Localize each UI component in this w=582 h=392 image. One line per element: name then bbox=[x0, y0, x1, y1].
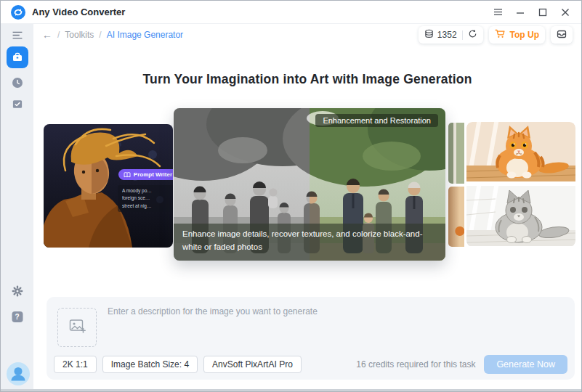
window-controls bbox=[492, 7, 571, 18]
cat-sketch-image bbox=[466, 186, 575, 247]
prompt-snippet-line: A moody po… bbox=[122, 187, 173, 195]
main-content: ← / Toolkits / AI Image Generator 1352 bbox=[33, 24, 581, 389]
breadcrumb-separator: / bbox=[99, 30, 101, 40]
credits-count: 1352 bbox=[437, 30, 457, 40]
prompt-writer-label: Prompt Writer bbox=[134, 171, 172, 178]
breadcrumb-toolkits[interactable]: Toolkits bbox=[65, 30, 94, 40]
app-window: { "titlebar": { "app_title": "Any Video … bbox=[0, 0, 582, 392]
prompt-writer-pill: Prompt Writer bbox=[118, 169, 173, 180]
tasks-icon[interactable] bbox=[12, 99, 23, 110]
breadcrumb-separator: / bbox=[57, 30, 60, 40]
pill-divider bbox=[462, 30, 463, 40]
prompt-snippet: A moody po… foreign sce… street at nig… bbox=[118, 185, 173, 212]
composer-actions: 16 credits required for this task Genera… bbox=[356, 355, 567, 374]
carousel-partial-image bbox=[448, 123, 464, 184]
carousel-card-restoration[interactable]: Enhancement and Restoration Enhance imag… bbox=[174, 108, 445, 261]
coins-icon bbox=[424, 29, 434, 41]
credits-pill[interactable]: 1352 bbox=[419, 26, 483, 44]
carousel-card-prompt-writer[interactable]: Prompt Writer A moody po… foreign sce… s… bbox=[44, 124, 173, 248]
sidebar: ? bbox=[1, 24, 33, 389]
inbox-button[interactable] bbox=[551, 26, 573, 44]
history-icon[interactable] bbox=[12, 77, 23, 89]
restoration-caption: Enhance image details, recover textures,… bbox=[174, 224, 445, 261]
image-add-icon bbox=[68, 317, 86, 338]
credits-required-note: 16 credits required for this task bbox=[356, 359, 475, 369]
chip-batch-size[interactable]: Image Batch Size: 4 bbox=[102, 356, 198, 373]
breadcrumb-current: AI Image Generator bbox=[107, 30, 183, 40]
back-icon[interactable]: ← bbox=[42, 30, 52, 40]
app-logo-icon bbox=[11, 5, 25, 20]
add-reference-image-button[interactable] bbox=[57, 308, 97, 347]
generate-now-button[interactable]: Generate Now bbox=[484, 355, 567, 374]
app-title: Any Video Converter bbox=[32, 7, 125, 17]
cat-cartoon-image bbox=[466, 122, 575, 183]
user-avatar[interactable] bbox=[7, 362, 30, 385]
page-header: ← / Toolkits / AI Image Generator 1352 bbox=[33, 24, 581, 46]
minimize-icon[interactable] bbox=[514, 7, 526, 18]
carousel-partial-image bbox=[448, 187, 464, 247]
titlebar: Any Video Converter bbox=[1, 1, 581, 24]
prompt-input[interactable] bbox=[108, 306, 543, 351]
chip-model[interactable]: AnvSoft PixArtAI Pro bbox=[203, 356, 302, 373]
carousel-card-cat-styles[interactable] bbox=[466, 122, 575, 247]
maximize-icon[interactable] bbox=[537, 7, 549, 18]
chip-resolution-ratio[interactable]: 2K 1:1 bbox=[54, 356, 97, 373]
cart-icon bbox=[495, 29, 506, 41]
sidebar-collapse-icon[interactable] bbox=[12, 31, 23, 39]
prompt-snippet-line: street at nig… bbox=[122, 203, 173, 210]
top-up-button[interactable]: Top Up bbox=[489, 26, 545, 44]
settings-gear-icon[interactable] bbox=[12, 285, 23, 297]
close-icon[interactable] bbox=[559, 7, 571, 18]
help-icon[interactable]: ? bbox=[12, 311, 23, 322]
header-actions: 1352 Top Up bbox=[419, 26, 573, 44]
window-bottom-edge bbox=[1, 389, 581, 391]
sidebar-item-toolkits[interactable] bbox=[7, 46, 28, 68]
prompt-snippet-line: foreign sce… bbox=[122, 195, 173, 202]
window-menu-icon[interactable] bbox=[492, 7, 504, 18]
page-title: Turn Your Imagination into Art with Imag… bbox=[33, 72, 581, 87]
top-up-label: Top Up bbox=[510, 30, 539, 40]
restoration-badge: Enhancement and Restoration bbox=[315, 114, 438, 127]
refresh-icon[interactable] bbox=[468, 29, 477, 41]
prompt-composer: 2K 1:1 Image Batch Size: 4 AnvSoft PixAr… bbox=[47, 297, 575, 380]
book-icon bbox=[124, 172, 131, 178]
generation-settings: 2K 1:1 Image Batch Size: 4 AnvSoft PixAr… bbox=[54, 356, 302, 373]
breadcrumb: ← / Toolkits / AI Image Generator bbox=[42, 30, 183, 40]
inbox-icon bbox=[557, 29, 567, 41]
